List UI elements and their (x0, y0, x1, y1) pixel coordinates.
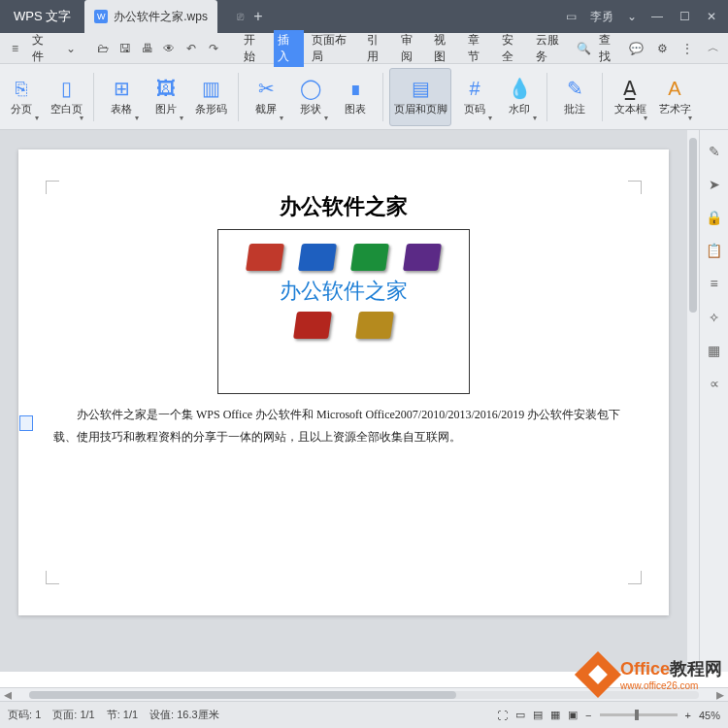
user-menu-caret[interactable]: ⌄ (627, 10, 637, 23)
ribbon-table[interactable]: ⊞表格▾ (100, 68, 143, 126)
margin-corner (628, 181, 642, 194)
zoom-out-button[interactable]: − (585, 710, 591, 721)
margin-corner (46, 181, 59, 194)
ribbon-pagebreak[interactable]: ⎘分页▾ (0, 68, 43, 126)
app-name: WPS 文字 (0, 8, 84, 25)
titlebar: WPS 文字 W 办公软件之家.wps ⎚ + ▭ 李勇 ⌄ — ☐ ✕ (0, 0, 728, 33)
properties-icon[interactable]: ▦ (708, 343, 720, 358)
new-tab-button[interactable]: + (244, 8, 273, 25)
office-icon (246, 244, 284, 271)
outline-view-icon[interactable]: ▤ (533, 709, 543, 721)
watermark: Office教程网 www.office26.com (581, 657, 722, 691)
watermark-url: www.office26.com (620, 680, 722, 691)
preview-icon[interactable]: 👁 (160, 42, 179, 55)
embedded-image[interactable]: 办公软件之家 (217, 229, 470, 394)
close-button[interactable]: ✕ (705, 10, 718, 23)
zoom-slider[interactable] (600, 713, 678, 716)
ruler-icon[interactable]: ⟡ (710, 309, 718, 325)
chat-icon[interactable]: 💬 (628, 42, 645, 55)
menu-security[interactable]: 安全 (498, 30, 528, 67)
office-icon (293, 312, 332, 339)
ribbon-sep (602, 73, 603, 121)
folder-open-icon[interactable]: 🗁 (93, 42, 112, 55)
statusbar: 页码: 1 页面: 1/1 节: 1/1 设值: 16.3厘米 ⛶ ▭ ▤ ▦ … (0, 701, 728, 728)
menu-section[interactable]: 章节 (464, 30, 494, 67)
ribbon-pagenumber[interactable]: #页码▾ (453, 68, 496, 126)
search-icon[interactable]: 🔍 (577, 42, 591, 55)
status-section[interactable]: 节: 1/1 (107, 708, 138, 722)
vertical-scrollbar[interactable] (687, 130, 699, 672)
watermark-suffix: 教程网 (670, 659, 722, 678)
redo-icon[interactable]: ↷ (205, 42, 223, 55)
menu-insert[interactable]: 插入 (274, 30, 304, 67)
gear-icon[interactable]: ⚙ (653, 42, 671, 55)
ribbon-comment[interactable]: ✎批注 (553, 68, 596, 126)
file-menu[interactable]: 文件 (28, 30, 58, 67)
ribbon-sep (382, 73, 383, 121)
pencil-icon[interactable]: ✎ (709, 144, 720, 159)
status-pagecode[interactable]: 页码: 1 (8, 708, 41, 722)
ribbon-blankpage[interactable]: ▯空白页▾ (45, 68, 87, 126)
zoom-in-button[interactable]: + (685, 710, 691, 721)
user-label[interactable]: 李勇 (590, 9, 613, 25)
share-icon[interactable]: ∝ (710, 376, 719, 391)
more-icon[interactable]: ⋮ (678, 42, 696, 55)
ribbon-sep (238, 73, 239, 121)
margin-corner (46, 571, 59, 584)
save-icon[interactable]: 🖫 (116, 42, 134, 55)
cursor-icon[interactable]: ➤ (709, 177, 720, 192)
web-view-icon[interactable]: ▦ (550, 709, 560, 721)
watermark-logo-icon (575, 650, 621, 697)
ribbon-screenshot[interactable]: ✂截屏▾ (245, 68, 287, 126)
ribbon-shapes[interactable]: ◯形状▾ (289, 68, 332, 126)
menubar: ≡ 文件 ⌄ 🗁 🖫 🖶 👁 ↶ ↷ 开始 插入 页面布局 引用 审阅 视图 章… (0, 33, 728, 64)
document-title: 办公软件之家 (53, 192, 634, 221)
fit-width-icon[interactable]: ⛶ (497, 710, 508, 721)
ribbon-barcode[interactable]: ▥条形码 (189, 68, 232, 126)
menu-reference[interactable]: 引用 (363, 30, 393, 67)
minimize-button[interactable]: — (650, 10, 664, 23)
menu-pagelayout[interactable]: 页面布局 (308, 30, 359, 67)
office-icon (298, 244, 337, 271)
ribbon-sep (546, 73, 547, 121)
ribbon-wordart[interactable]: A艺术字▾ (653, 68, 696, 126)
ribbon-header-footer[interactable]: ▤页眉和页脚 (389, 68, 451, 126)
menu-cloud[interactable]: 云服务 (532, 30, 573, 67)
doc-type-icon: W (94, 10, 108, 23)
undo-icon[interactable]: ↶ (182, 42, 201, 55)
ribbon-textbox[interactable]: A̲文本框▾ (609, 68, 651, 126)
document-paragraph: 办公软件之家是一个集 WPS Office 办公软件和 Microsoft Of… (53, 404, 634, 448)
file-menu-caret[interactable]: ⌄ (62, 42, 81, 55)
workspace: 办公软件之家 办公软件之家 办公软件之家是一个集 WPS Office 办公软件… (0, 130, 728, 672)
reading-view-icon[interactable]: ▣ (568, 709, 578, 721)
search-label[interactable]: 查找 (599, 32, 620, 65)
ribbon-picture[interactable]: 🖼图片▾ (145, 68, 187, 126)
menu-review[interactable]: 审阅 (397, 30, 427, 67)
document-page[interactable]: 办公软件之家 办公软件之家 办公软件之家是一个集 WPS Office 办公软件… (18, 149, 669, 615)
hamburger-icon[interactable]: ≡ (6, 42, 24, 55)
ribbon-watermark[interactable]: 💧水印▾ (498, 68, 541, 126)
status-page[interactable]: 页面: 1/1 (52, 708, 94, 722)
menu-start[interactable]: 开始 (240, 30, 270, 67)
office-icon (403, 244, 442, 271)
ribbon-chart[interactable]: ∎图表 (334, 68, 377, 126)
presentation-mode-icon[interactable]: ⎚ (237, 10, 244, 23)
layout-view-icon[interactable]: ▭ (515, 709, 525, 721)
zoom-value[interactable]: 45% (699, 710, 720, 721)
status-setting[interactable]: 设值: 16.3厘米 (149, 708, 219, 722)
menu-view[interactable]: 视图 (430, 30, 460, 67)
print-icon[interactable]: 🖶 (138, 42, 156, 55)
side-panel: ✎ ➤ 🔒 📋 ≡ ⟡ ▦ ∝ (699, 130, 728, 672)
office-icon (350, 244, 389, 271)
collapse-ribbon-icon[interactable]: ︿ (705, 40, 722, 56)
scrollbar-thumb[interactable] (29, 691, 456, 699)
clipboard-icon[interactable]: 📋 (706, 243, 722, 258)
maximize-button[interactable]: ☐ (678, 10, 691, 23)
list-icon[interactable]: ≡ (710, 276, 717, 291)
watermark-brand: Office (620, 659, 670, 678)
device-icon[interactable]: ▭ (566, 10, 577, 23)
margin-corner (628, 571, 642, 584)
lock-icon[interactable]: 🔒 (706, 210, 722, 225)
document-tab[interactable]: W 办公软件之家.wps (84, 0, 217, 33)
scrollbar-thumb[interactable] (689, 138, 697, 313)
